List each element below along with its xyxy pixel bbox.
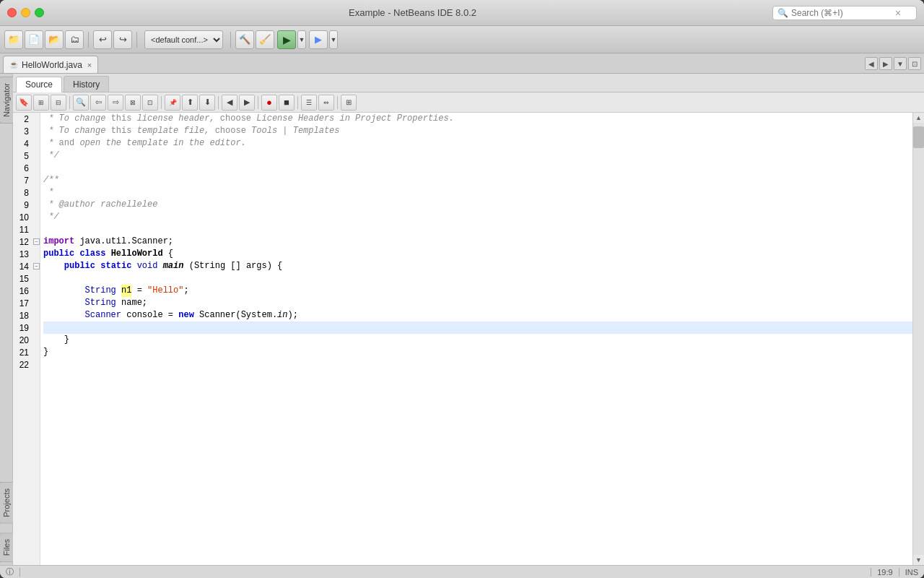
debug-dropdown-button[interactable]: ▼ (329, 30, 338, 49)
search-input[interactable] (791, 8, 892, 18)
fold-icon-3 (33, 125, 40, 137)
build-button[interactable]: 🔨 (235, 30, 254, 49)
search-clear-icon[interactable]: × (895, 8, 901, 18)
code-keyword-static: static (100, 260, 136, 272)
file-tab-helloworld[interactable]: ☕ HelloWorld.java × (3, 56, 98, 73)
ed-record-button[interactable]: ● (261, 95, 277, 111)
history-tab[interactable]: History (64, 76, 109, 92)
line-number-7: 7 (13, 174, 33, 186)
ed-toggle-bookmarks-button[interactable]: 🔖 (16, 95, 32, 111)
code-editor[interactable]: * To change this license header, choose … (40, 113, 912, 565)
fold-icon-20 (33, 334, 40, 346)
code-line-7: /** (43, 174, 912, 186)
projects-tab[interactable]: Projects (0, 482, 13, 524)
code-keyword-class: class (79, 248, 110, 260)
code-line-12: import java.util.Scanner; (43, 236, 912, 248)
fold-icon-9 (33, 199, 40, 211)
code-line-19 (43, 322, 912, 334)
ed-prev-button[interactable]: ⇦ (90, 95, 106, 111)
close-button[interactable] (7, 8, 17, 17)
ed-overwrite-button[interactable]: ⊞ (33, 95, 49, 111)
code-text (43, 162, 48, 174)
new-project-button[interactable]: 📁 (4, 30, 23, 49)
search-bar[interactable]: 🔍 × (772, 6, 917, 20)
code-type-string2: String (85, 297, 116, 309)
new-file-icon: 📄 (28, 34, 40, 45)
editor-container: Source History 🔖 ⊞ ⊟ 🔍 ⇦ ⇨ ⊠ ⊡ 📌 ⬆ ⬇ ◀ (13, 74, 924, 565)
editor-toolbar: 🔖 ⊞ ⊟ 🔍 ⇦ ⇨ ⊠ ⊡ 📌 ⬆ ⬇ ◀ ▶ ● ■ ☰ (13, 92, 924, 113)
toolbar-run-group: ▶ ▼ (277, 30, 306, 49)
fold-icon-11 (33, 223, 40, 236)
line-number-17: 17 (13, 297, 33, 309)
right-gutter: ▲ ▼ (912, 113, 924, 565)
run-dropdown-button[interactable]: ▼ (297, 30, 306, 49)
code-text (43, 223, 48, 236)
scroll-up-button[interactable]: ▲ (914, 113, 924, 123)
code-area: 2 3 4 5 6 (13, 113, 924, 565)
ed-toggle-btn3[interactable]: ⊡ (142, 95, 158, 111)
tab-nav-dropdown-button[interactable]: ▼ (894, 57, 907, 70)
code-text: } (43, 334, 69, 346)
ed-sep-4 (258, 96, 258, 109)
fold-icon-16 (33, 285, 40, 297)
ed-search-button[interactable]: 🔍 (73, 95, 89, 111)
tab-nav-maximize-button[interactable]: ⊡ (908, 57, 921, 70)
toolbar-edit-group: ↩ ↪ (93, 30, 132, 49)
ed-diff-button[interactable]: ⇔ (318, 95, 334, 111)
ed-prev-mark-button[interactable]: ⬆ (182, 95, 198, 111)
navigator-tab[interactable]: Navigator (0, 77, 13, 124)
ed-stop-button[interactable]: ■ (279, 95, 295, 111)
tab-nav-prev-button[interactable]: ◀ (865, 57, 878, 70)
ed-expand-button[interactable]: ⊞ (341, 95, 357, 111)
fold-icon-14[interactable]: − (33, 260, 40, 272)
fold-icon-6 (33, 162, 40, 174)
source-tab[interactable]: Source (16, 77, 62, 92)
code-text (43, 272, 48, 285)
fold-icon-12[interactable]: − (33, 236, 40, 248)
code-text (43, 358, 48, 371)
code-indent (43, 297, 85, 309)
code-keyword-new: new (178, 309, 194, 322)
line-number-2: 2 (13, 113, 33, 125)
line-number-12: 12 (13, 236, 33, 248)
line-number-20: 20 (13, 334, 33, 346)
scroll-thumb[interactable] (913, 126, 924, 148)
ed-prev-error-button[interactable]: ◀ (222, 95, 237, 111)
ed-next-button[interactable]: ⇨ (108, 95, 123, 111)
ed-mark-button[interactable]: 📌 (165, 95, 180, 111)
redo-button[interactable]: ↪ (113, 30, 132, 49)
ed-next-error-button[interactable]: ▶ (239, 95, 255, 111)
open-file-button[interactable]: 🗂 (65, 30, 84, 49)
files-tab[interactable]: Files (0, 532, 13, 562)
gutter-row-10: 10 (13, 211, 40, 223)
code-text: (String [] args) { (183, 260, 282, 272)
minimize-button[interactable] (21, 8, 30, 17)
code-line-10: */ (43, 211, 912, 223)
toolbar-sep-1 (88, 32, 89, 48)
ed-toggle-btn2[interactable]: ⊠ (125, 95, 141, 111)
cursor-position: 19:9 (877, 568, 892, 577)
run-button[interactable]: ▶ (277, 30, 296, 49)
debug-button[interactable]: ▶ (309, 30, 328, 49)
tab-nav-next-button[interactable]: ▶ (879, 57, 892, 70)
file-tab-close-button[interactable]: × (87, 61, 92, 69)
code-string-hello: "Hello" (147, 285, 183, 297)
new-file-button[interactable]: 📄 (25, 30, 43, 49)
fold-icon-8 (33, 186, 40, 199)
line-number-9: 9 (13, 199, 33, 211)
run-config-select[interactable]: <default conf...> (144, 30, 223, 49)
ed-next-mark-button[interactable]: ⬇ (199, 95, 215, 111)
maximize-button[interactable] (35, 8, 44, 17)
ed-toggle-button[interactable]: ⊟ (51, 95, 66, 111)
gutter-row-8: 8 (13, 186, 40, 199)
undo-button[interactable]: ↩ (93, 30, 112, 49)
line-gutter: 2 3 4 5 6 (13, 113, 40, 565)
ed-tasks-button[interactable]: ☰ (301, 95, 317, 111)
code-line-20: } (43, 334, 912, 346)
gutter-row-7: 7 (13, 174, 40, 186)
file-tab-bar: ☕ HelloWorld.java × ◀ ▶ ▼ ⊡ (0, 53, 924, 74)
open-project-button[interactable]: 📂 (45, 30, 64, 49)
clean-build-button[interactable]: 🧹 (256, 30, 274, 49)
code-line-14: public static void main (String [] args)… (43, 260, 912, 272)
scroll-down-button[interactable]: ▼ (914, 555, 924, 565)
